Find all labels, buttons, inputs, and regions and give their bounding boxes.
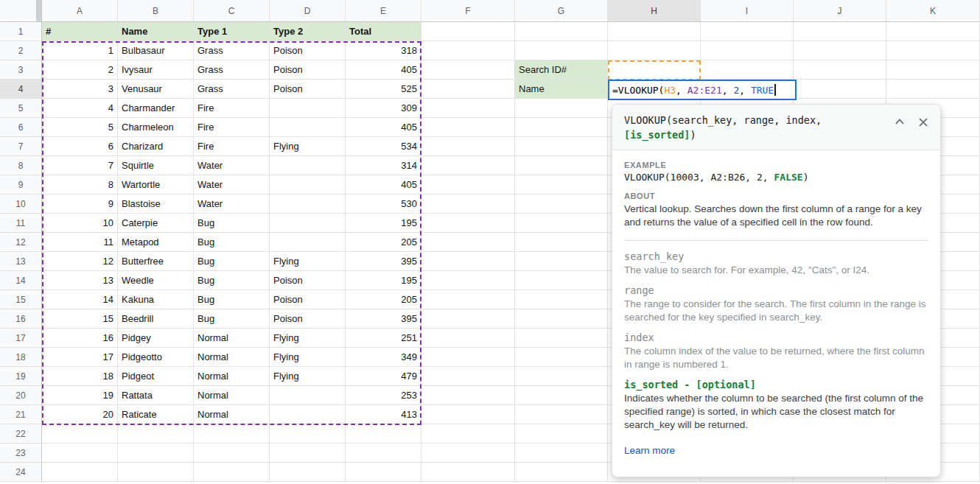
column-header-G[interactable]: G	[515, 0, 608, 22]
cell-E9[interactable]: 405	[346, 175, 421, 194]
cell-D1[interactable]: Type 2	[270, 22, 346, 41]
cell-F13[interactable]	[421, 252, 515, 271]
cell-C8[interactable]: Water	[194, 156, 270, 175]
column-header-E[interactable]: E	[346, 0, 421, 22]
cell-G10[interactable]	[515, 194, 608, 214]
row-header-16[interactable]: 16	[0, 309, 42, 329]
cell-B19[interactable]: Pidgeot	[118, 367, 194, 386]
cell-C12[interactable]: Bug	[194, 233, 270, 252]
cell-A5[interactable]: 4	[42, 99, 118, 118]
cell-A19[interactable]: 18	[42, 367, 118, 386]
cell-E11[interactable]: 195	[346, 214, 421, 233]
row-header-19[interactable]: 19	[0, 367, 42, 386]
cell-D18[interactable]: Flying	[270, 348, 346, 367]
cell-E7[interactable]: 534	[346, 137, 421, 156]
cell-A15[interactable]: 14	[42, 290, 118, 309]
referenced-cell-outline-h3[interactable]	[608, 60, 701, 80]
cell-F16[interactable]	[421, 309, 515, 329]
cell-I3[interactable]	[701, 60, 794, 80]
cell-E3[interactable]: 405	[346, 60, 421, 80]
cell-E15[interactable]: 205	[346, 290, 421, 309]
cell-C4[interactable]: Grass	[194, 80, 270, 99]
cell-B6[interactable]: Charmeleon	[118, 118, 194, 137]
cell-A12[interactable]: 11	[42, 233, 118, 252]
column-header-D[interactable]: D	[270, 0, 346, 22]
cell-B8[interactable]: Squirtle	[118, 156, 194, 175]
cell-I2[interactable]	[701, 41, 794, 60]
cell-F3[interactable]	[421, 60, 515, 80]
row-header-12[interactable]: 12	[0, 233, 42, 252]
cell-C1[interactable]: Type 1	[194, 22, 270, 41]
cell-G2[interactable]	[515, 41, 608, 60]
cell-G17[interactable]	[515, 329, 608, 348]
cell-B18[interactable]: Pidgeotto	[118, 348, 194, 367]
cell-B2[interactable]: Bulbasaur	[118, 41, 194, 60]
cell-F14[interactable]	[421, 271, 515, 290]
column-header-A[interactable]: A	[42, 0, 118, 22]
cell-D3[interactable]: Poison	[270, 60, 346, 80]
row-header-13[interactable]: 13	[0, 252, 42, 271]
cell-D16[interactable]: Poison	[270, 309, 346, 329]
row-header-10[interactable]: 10	[0, 194, 42, 214]
cell-C9[interactable]: Water	[194, 175, 270, 194]
cell-K4[interactable]	[886, 80, 980, 99]
cell-G22[interactable]	[515, 424, 608, 443]
cell-G8[interactable]	[515, 156, 608, 175]
cell-G15[interactable]	[515, 290, 608, 309]
cell-B10[interactable]: Blastoise	[118, 194, 194, 214]
cell-B11[interactable]: Caterpie	[118, 214, 194, 233]
cell-E18[interactable]: 349	[346, 348, 421, 367]
cell-D22[interactable]	[270, 424, 346, 443]
cell-E1[interactable]: Total	[346, 22, 421, 41]
cell-G1[interactable]	[515, 22, 608, 41]
cell-C23[interactable]	[194, 443, 270, 463]
cell-F9[interactable]	[421, 175, 515, 194]
cell-C17[interactable]: Normal	[194, 329, 270, 348]
cell-D4[interactable]: Poison	[270, 80, 346, 99]
cell-G13[interactable]	[515, 252, 608, 271]
cell-B3[interactable]: Ivysaur	[118, 60, 194, 80]
cell-F22[interactable]	[421, 424, 515, 443]
learn-more-link[interactable]: Learn more	[624, 445, 675, 456]
row-header-3[interactable]: 3	[0, 60, 42, 80]
cell-D6[interactable]	[270, 118, 346, 137]
cell-C5[interactable]: Fire	[194, 99, 270, 118]
column-header-B[interactable]: B	[118, 0, 194, 22]
cell-C21[interactable]: Normal	[194, 405, 270, 424]
cell-C2[interactable]: Grass	[194, 41, 270, 60]
cell-E13[interactable]: 395	[346, 252, 421, 271]
chevron-up-icon[interactable]	[893, 116, 906, 129]
cell-B4[interactable]: Venusaur	[118, 80, 194, 99]
cell-B5[interactable]: Charmander	[118, 99, 194, 118]
row-header-1[interactable]: 1	[0, 22, 42, 41]
cell-B20[interactable]: Rattata	[118, 386, 194, 405]
cell-E5[interactable]: 309	[346, 99, 421, 118]
cell-F12[interactable]	[421, 233, 515, 252]
cell-F2[interactable]	[421, 41, 515, 60]
cell-G3[interactable]: Search ID#	[515, 60, 608, 80]
cell-C7[interactable]: Fire	[194, 137, 270, 156]
row-header-9[interactable]: 9	[0, 175, 42, 194]
cell-A18[interactable]: 17	[42, 348, 118, 367]
cell-G14[interactable]	[515, 271, 608, 290]
cell-D11[interactable]	[270, 214, 346, 233]
cell-A8[interactable]: 7	[42, 156, 118, 175]
cell-E4[interactable]: 525	[346, 80, 421, 99]
cell-F19[interactable]	[421, 367, 515, 386]
row-header-14[interactable]: 14	[0, 271, 42, 290]
row-header-8[interactable]: 8	[0, 156, 42, 175]
cell-G6[interactable]	[515, 118, 608, 137]
cell-G4[interactable]: Name	[515, 80, 608, 99]
cell-A4[interactable]: 3	[42, 80, 118, 99]
cell-B12[interactable]: Metapod	[118, 233, 194, 252]
row-header-4[interactable]: 4	[0, 80, 42, 99]
cell-K3[interactable]	[886, 60, 980, 80]
cell-A17[interactable]: 16	[42, 329, 118, 348]
cell-C11[interactable]: Bug	[194, 214, 270, 233]
row-header-24[interactable]: 24	[0, 463, 42, 482]
close-icon[interactable]	[917, 116, 930, 129]
cell-A20[interactable]: 19	[42, 386, 118, 405]
cell-F5[interactable]	[421, 99, 515, 118]
cell-J4[interactable]	[794, 80, 886, 99]
cell-A1[interactable]: #	[42, 22, 118, 41]
